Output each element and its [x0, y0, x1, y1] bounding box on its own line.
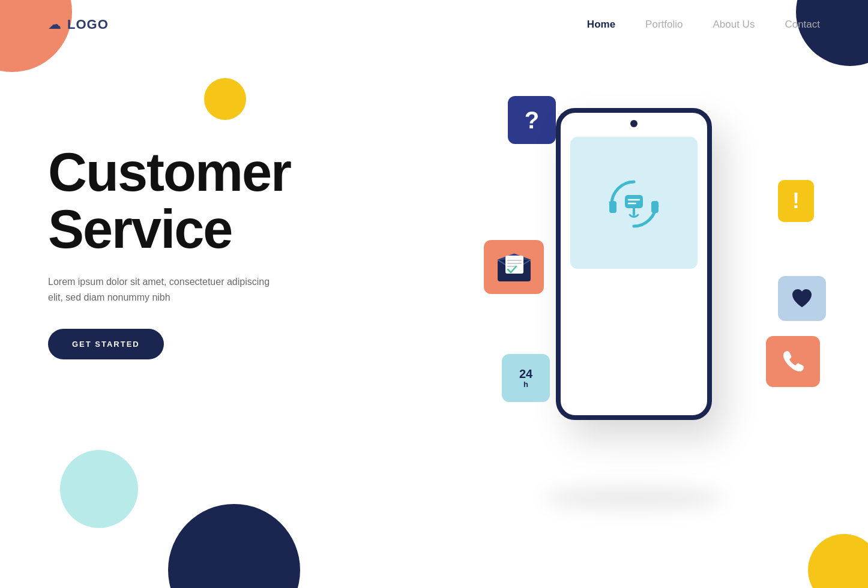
email-card: [484, 240, 544, 294]
24-label: 24: [519, 367, 532, 381]
nav-contact[interactable]: Contact: [785, 19, 820, 31]
question-card: ?: [508, 96, 556, 144]
hero-subtitle: Lorem ipsum dolor sit amet, consectetuer…: [48, 274, 276, 305]
logo-text: LOGO: [67, 17, 109, 32]
svg-rect-11: [505, 256, 523, 274]
heart-card: [778, 276, 826, 321]
phone-icon: [780, 349, 806, 375]
phone-screen: [570, 137, 698, 269]
get-started-button[interactable]: GET STARTED: [48, 329, 164, 359]
phone-device: [556, 108, 712, 420]
circle-yellow-bottom-right: [808, 534, 868, 588]
nav-portfolio[interactable]: Portfolio: [645, 19, 683, 31]
headset-icon: [601, 170, 667, 236]
circle-navy-bottom: [168, 504, 300, 588]
svg-rect-4: [625, 195, 643, 208]
logo-area: ☁ LOGO: [48, 17, 109, 32]
heart-icon: [790, 287, 814, 311]
svg-rect-2: [609, 201, 616, 213]
24h-card: 24 h: [502, 354, 550, 402]
circle-yellow-top: [204, 78, 246, 120]
navigation: ☁ LOGO Home Portfolio About Us Contact: [0, 0, 868, 32]
svg-rect-3: [651, 201, 659, 213]
phone-shadow: [544, 486, 724, 510]
nav-about[interactable]: About Us: [713, 19, 755, 31]
hours-label: h: [523, 380, 528, 389]
nav-links: Home Portfolio About Us Contact: [587, 19, 820, 31]
envelope-icon: [495, 251, 534, 284]
cloud-icon: ☁: [48, 17, 61, 32]
phone-card: [766, 336, 820, 387]
hero-title: Customer Service: [48, 144, 291, 257]
nav-home[interactable]: Home: [587, 19, 615, 31]
phone-notch: [630, 120, 637, 127]
circle-light-blue-bottom: [60, 450, 138, 528]
hero-section: Customer Service Lorem ipsum dolor sit a…: [48, 144, 291, 359]
phone-illustration: ?: [460, 60, 832, 528]
exclaim-card: !: [778, 180, 814, 222]
